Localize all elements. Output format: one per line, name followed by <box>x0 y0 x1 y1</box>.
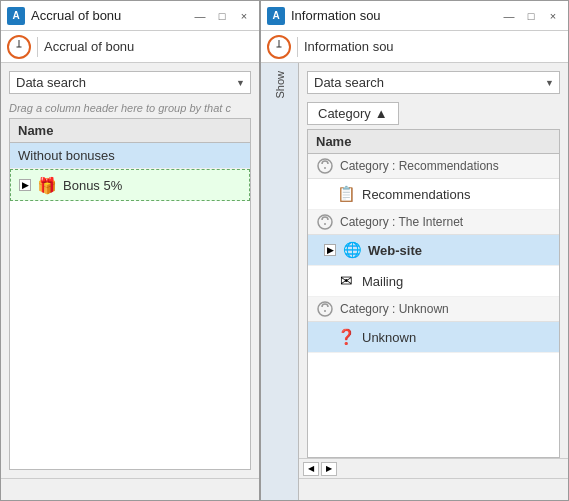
window-body-left: Data search Drag a column header here to… <box>1 63 259 500</box>
window-controls-left: — □ × <box>191 7 253 25</box>
minimize-button-right[interactable]: — <box>500 7 518 25</box>
clock-icon-left <box>7 35 31 59</box>
grid-row-website[interactable]: ▶ 🌐 Web-site <box>308 235 559 266</box>
title-bar-right: A Information sou — □ × <box>261 1 568 31</box>
left-window: A Accrual of bonu — □ × Accrual of bonu … <box>0 0 260 501</box>
window-title-right: Information sou <box>291 8 381 23</box>
window-title-left: Accrual of bonu <box>31 8 121 23</box>
search-bar-right: Data search <box>299 63 568 98</box>
category-btn-label: Category <box>318 106 371 121</box>
grid-body-right: Category : Recommendations 📋 Recommendat… <box>308 154 559 457</box>
gift-icon-bonus5: 🎁 <box>37 175 57 195</box>
category-button[interactable]: Category ▲ <box>307 102 399 125</box>
search-dropdown-wrap-right: Data search <box>307 71 560 94</box>
right-window: A Information sou — □ × Information sou … <box>260 0 569 501</box>
row-label-website: Web-site <box>368 243 551 258</box>
clipboard-icon-recommendations: 📋 <box>336 184 356 204</box>
group-label-internet: Category : The Internet <box>340 215 463 229</box>
expand-icon-bonus5[interactable]: ▶ <box>19 179 31 191</box>
row-label-unknown: Unknown <box>362 330 551 345</box>
toolbar-left: Accrual of bonu <box>1 31 259 63</box>
toolbar-sep-left <box>37 37 38 57</box>
drag-hint-left: Drag a column header here to group by th… <box>1 98 259 118</box>
maximize-button-right[interactable]: □ <box>522 7 540 25</box>
status-bar-left <box>1 478 259 500</box>
toolbar-label-left: Accrual of bonu <box>44 39 134 54</box>
toolbar-right: Information sou <box>261 31 568 63</box>
search-dropdown-right[interactable]: Data search <box>307 71 560 94</box>
minimize-button-left[interactable]: — <box>191 7 209 25</box>
grid-header-left: Name <box>10 119 250 143</box>
row-label-mailing: Mailing <box>362 274 551 289</box>
maximize-button-left[interactable]: □ <box>213 7 231 25</box>
close-button-left[interactable]: × <box>235 7 253 25</box>
mini-scroll-right: ◀ ▶ <box>299 458 568 478</box>
group-icon-internet <box>316 213 334 231</box>
search-dropdown-wrap-left: Data search <box>9 71 251 94</box>
scroll-left-btn[interactable]: ◀ <box>303 462 319 476</box>
row-label-recommendations: Recommendations <box>362 187 551 202</box>
group-icon-unknown <box>316 300 334 318</box>
toolbar-sep-right <box>297 37 298 57</box>
envelope-icon-mailing: ✉ <box>336 271 356 291</box>
toolbar-label-right: Information sou <box>304 39 394 54</box>
expand-icon-website[interactable]: ▶ <box>324 244 336 256</box>
status-bar-right <box>299 478 568 500</box>
search-bar-left: Data search <box>1 63 259 98</box>
title-bar-left: A Accrual of bonu — □ × <box>1 1 259 31</box>
question-icon-unknown: ❓ <box>336 327 356 347</box>
group-header-unknown: Category : Unknown <box>308 297 559 322</box>
grid-row-recommendations[interactable]: 📋 Recommendations <box>308 179 559 210</box>
close-button-right[interactable]: × <box>544 7 562 25</box>
right-content: Data search Category ▲ Name <box>299 63 568 500</box>
category-bar: Category ▲ <box>299 98 568 129</box>
scroll-right-btn[interactable]: ▶ <box>321 462 337 476</box>
group-header-internet: Category : The Internet <box>308 210 559 235</box>
globe-icon-website: 🌐 <box>342 240 362 260</box>
right-window-inner: Show Data search Category ▲ <box>261 63 568 500</box>
window-controls-right: — □ × <box>500 7 562 25</box>
show-button[interactable]: Show <box>272 67 288 103</box>
show-panel: Show <box>261 63 299 500</box>
group-header-recommendations: Category : Recommendations <box>308 154 559 179</box>
grid-row-bonus5[interactable]: ▶ 🎁 Bonus 5% <box>10 169 250 201</box>
data-grid-right: Name Category : Recommendations <box>307 129 560 458</box>
row-label-bonus5: Bonus 5% <box>63 178 241 193</box>
grid-row-without-bonuses[interactable]: Without bonuses <box>10 143 250 169</box>
data-grid-left: Name Without bonuses ▶ 🎁 Bonus 5% <box>9 118 251 470</box>
group-label-unknown: Category : Unknown <box>340 302 449 316</box>
grid-row-unknown[interactable]: ❓ Unknown <box>308 322 559 353</box>
grid-body-left: Without bonuses ▶ 🎁 Bonus 5% <box>10 143 250 469</box>
group-label-recommendations: Category : Recommendations <box>340 159 499 173</box>
search-dropdown-left[interactable]: Data search <box>9 71 251 94</box>
group-icon-recommendations <box>316 157 334 175</box>
grid-row-mailing[interactable]: ✉ Mailing <box>308 266 559 297</box>
clock-icon-right <box>267 35 291 59</box>
row-label-without-bonuses: Without bonuses <box>18 148 242 163</box>
category-arrow-icon: ▲ <box>375 106 388 121</box>
app-icon-left: A <box>7 7 25 25</box>
grid-header-right: Name <box>308 130 559 154</box>
app-icon-right: A <box>267 7 285 25</box>
